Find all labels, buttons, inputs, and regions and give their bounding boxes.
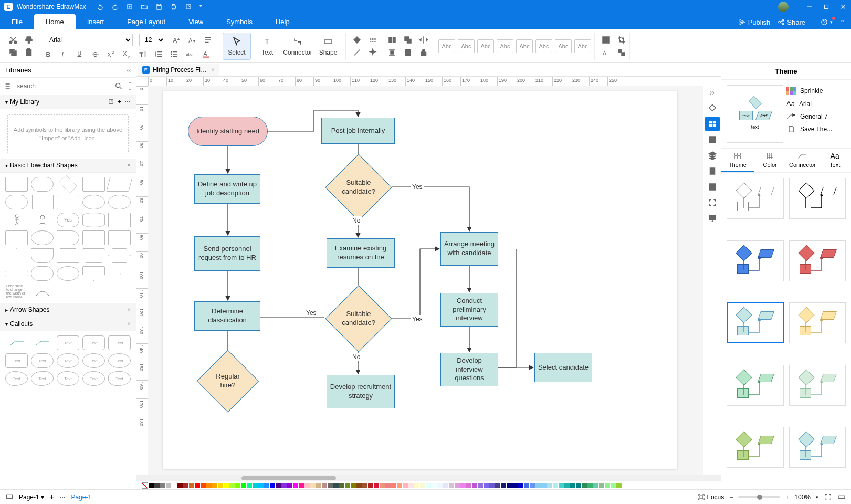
present-tool-icon[interactable] bbox=[705, 211, 720, 226]
import-library-icon[interactable] bbox=[108, 98, 114, 105]
style-preset[interactable]: Abc bbox=[535, 39, 552, 53]
page[interactable]: Identify staffing needDefine and write u… bbox=[163, 91, 677, 469]
theme-thumbnail[interactable] bbox=[789, 427, 846, 468]
user-avatar[interactable] bbox=[778, 2, 789, 12]
style-preset[interactable]: Abc bbox=[438, 39, 455, 53]
share-button[interactable]: Share bbox=[778, 18, 805, 26]
canvas[interactable]: Identify staffing needDefine and write u… bbox=[148, 86, 703, 475]
style-preset[interactable]: Abc bbox=[574, 39, 591, 53]
color-swatch[interactable] bbox=[432, 483, 437, 488]
flowchart-node[interactable]: Post job internally bbox=[321, 118, 395, 144]
color-swatch[interactable] bbox=[553, 483, 558, 488]
flip-icon[interactable] bbox=[419, 35, 428, 45]
color-swatch[interactable] bbox=[276, 483, 281, 488]
fill-tool-icon[interactable] bbox=[705, 101, 720, 116]
shape-lines[interactable] bbox=[5, 271, 28, 276]
tab-page-layout[interactable]: Page Layout bbox=[115, 14, 177, 29]
insert-image-icon[interactable] bbox=[601, 35, 611, 45]
color-swatch[interactable] bbox=[183, 483, 188, 488]
style-preset[interactable]: Abc bbox=[516, 39, 533, 53]
style-preset[interactable]: Abc bbox=[497, 39, 513, 53]
align-text-icon[interactable] bbox=[203, 35, 213, 45]
page-tool-icon[interactable] bbox=[705, 164, 720, 178]
flowchart-node[interactable]: Conduct preliminary interview bbox=[440, 293, 498, 327]
collapse-ribbon-icon[interactable]: ⌃ bbox=[840, 19, 845, 26]
shape-delay[interactable] bbox=[57, 230, 79, 245]
crop-icon[interactable] bbox=[617, 35, 626, 45]
shape-circle[interactable] bbox=[108, 195, 131, 209]
color-swatch[interactable] bbox=[304, 483, 310, 488]
effects-icon[interactable] bbox=[368, 48, 377, 57]
shape-card[interactable] bbox=[57, 195, 79, 209]
group-icon[interactable] bbox=[403, 35, 413, 45]
color-swatch[interactable] bbox=[212, 483, 217, 488]
flowchart-node[interactable]: Develop recruitment strategy bbox=[327, 375, 395, 408]
add-library-icon[interactable]: + bbox=[118, 98, 121, 106]
color-swatch[interactable] bbox=[270, 483, 275, 488]
library-list-icon[interactable] bbox=[4, 82, 13, 90]
line-spacing-icon[interactable] bbox=[154, 49, 163, 59]
callout-line1[interactable] bbox=[5, 335, 28, 350]
zoom-out-icon[interactable]: − bbox=[729, 494, 733, 501]
help-icon[interactable]: ▾ bbox=[821, 18, 833, 26]
copy-icon[interactable] bbox=[8, 48, 18, 57]
shape-circle2[interactable] bbox=[31, 230, 54, 245]
color-swatch[interactable] bbox=[501, 483, 506, 488]
qat-dropdown[interactable]: ▾ bbox=[199, 3, 202, 10]
lib-scroll-down[interactable]: ⌄ bbox=[128, 87, 132, 91]
cut-icon[interactable] bbox=[8, 35, 18, 45]
color-swatch[interactable] bbox=[460, 483, 466, 488]
size-icon[interactable] bbox=[403, 48, 413, 57]
color-swatch[interactable] bbox=[258, 483, 264, 488]
shape-tool[interactable]: Shape bbox=[314, 33, 342, 60]
color-swatch[interactable] bbox=[206, 483, 212, 488]
close-section-icon-2[interactable]: × bbox=[127, 306, 131, 313]
shape-offpage[interactable] bbox=[31, 248, 54, 263]
close-icon[interactable] bbox=[839, 3, 847, 10]
flowchart-node[interactable]: Send personnel request from to HR bbox=[194, 236, 260, 271]
shape-ellipse[interactable] bbox=[82, 195, 105, 209]
abc-case-icon[interactable]: abc bbox=[185, 49, 195, 59]
color-swatch[interactable] bbox=[293, 483, 298, 488]
shape-hex[interactable] bbox=[108, 248, 131, 263]
table-tool-icon[interactable] bbox=[705, 180, 720, 194]
zoom-in-icon[interactable]: + bbox=[785, 494, 789, 501]
page-dropdown[interactable]: Page-1 ▾ bbox=[19, 494, 44, 501]
superscript-icon[interactable]: X2 bbox=[107, 49, 116, 59]
shape-manual[interactable] bbox=[57, 248, 79, 263]
theme-font-option[interactable]: AaArial bbox=[786, 100, 846, 108]
color-swatch[interactable] bbox=[299, 483, 304, 488]
color-swatch[interactable] bbox=[160, 483, 165, 488]
tab-insert[interactable]: Insert bbox=[76, 14, 116, 29]
font-family-select[interactable]: Arial bbox=[44, 34, 133, 46]
color-swatch[interactable] bbox=[195, 483, 200, 488]
fit-width-icon[interactable] bbox=[837, 493, 846, 501]
color-swatch[interactable] bbox=[559, 483, 564, 488]
callout-cloud2[interactable]: Text bbox=[31, 371, 54, 386]
shape-stadium[interactable] bbox=[5, 195, 28, 209]
callouts-section[interactable]: ▾Callouts × bbox=[0, 317, 136, 331]
flowchart-node[interactable]: Select candidate bbox=[534, 353, 592, 382]
shape-person[interactable] bbox=[5, 213, 28, 227]
color-swatch[interactable] bbox=[235, 483, 240, 488]
color-swatch[interactable] bbox=[316, 483, 321, 488]
eyedropper-icon[interactable]: A bbox=[601, 48, 611, 57]
color-swatch[interactable] bbox=[224, 483, 229, 488]
shape-frame[interactable] bbox=[5, 230, 28, 245]
callout-box1[interactable]: Text bbox=[5, 353, 28, 368]
color-swatch[interactable] bbox=[408, 483, 414, 488]
color-swatch[interactable] bbox=[535, 483, 541, 488]
color-swatch[interactable] bbox=[310, 483, 316, 488]
callout-rect[interactable]: Text bbox=[57, 335, 79, 350]
shape-parallelogram[interactable] bbox=[106, 177, 133, 192]
callout-cloud1[interactable]: Text bbox=[5, 371, 28, 386]
theme-thumbnail[interactable] bbox=[727, 427, 784, 468]
close-section-icon[interactable]: × bbox=[127, 162, 131, 169]
bold-icon[interactable]: B bbox=[44, 49, 53, 59]
color-swatch[interactable] bbox=[397, 483, 402, 488]
style-preset[interactable]: Abc bbox=[555, 39, 572, 53]
connector-tool[interactable]: Connector bbox=[283, 33, 312, 60]
no-color-swatch[interactable] bbox=[142, 482, 148, 489]
color-swatch[interactable] bbox=[391, 483, 396, 488]
select-tool[interactable]: Select bbox=[223, 33, 251, 60]
